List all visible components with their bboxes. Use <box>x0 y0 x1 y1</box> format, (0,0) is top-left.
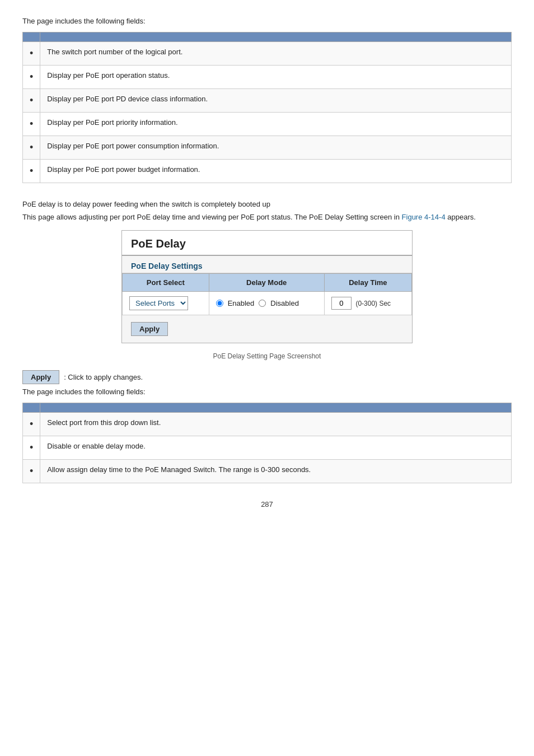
delay-time-range-label: (0-300) Sec <box>355 300 391 307</box>
poe-delay-box-subtitle: PoE Delay Settings <box>122 256 412 273</box>
page-number: 287 <box>22 500 512 508</box>
poe-delay-line2: This page allows adjusting per port PoE … <box>22 213 512 221</box>
delay-mode-cell: Enabled Disabled <box>209 292 324 315</box>
delay-time-input[interactable] <box>331 297 352 310</box>
col-delay-time: Delay Time <box>324 274 411 292</box>
bullet-cell: • <box>23 89 40 113</box>
delay-time-cell: (0-300) Sec <box>324 292 411 315</box>
apply-button-in-box[interactable]: Apply <box>131 322 168 336</box>
bottom-table-header-1 <box>23 403 40 413</box>
bullet-cell: • <box>23 136 40 160</box>
desc-cell: Display per PoE port PD device class inf… <box>40 89 512 113</box>
desc-cell: Allow assign delay time to the PoE Manag… <box>40 460 512 483</box>
radio-disabled[interactable] <box>259 300 266 307</box>
desc-cell: Display per PoE port operation status. <box>40 66 512 89</box>
desc-cell: Display per PoE port power budget inform… <box>40 160 512 183</box>
desc-cell: Display per PoE port power consumption i… <box>40 136 512 160</box>
bullet-cell: • <box>23 42 40 66</box>
top-info-table: •The switch port number of the logical p… <box>22 32 512 183</box>
poe-delay-settings-table: Port Select Delay Mode Delay Time Select… <box>122 273 412 315</box>
desc-cell: Disable or enable delay mode. <box>40 436 512 460</box>
delay-mode-radios: Enabled Disabled <box>216 299 317 307</box>
radio-enabled-label: Enabled <box>228 299 255 307</box>
desc-cell: Select port from this drop down list. <box>40 413 512 436</box>
poe-delay-box-title: PoE Delay <box>122 231 412 256</box>
screenshot-caption: PoE Delay Setting Page Screenshot <box>22 352 512 360</box>
apply-btn-container: Apply <box>122 315 412 343</box>
bullet-cell: • <box>23 66 40 89</box>
apply-inline-desc: : Click to apply changes. <box>64 373 143 381</box>
apply-inline-row: Apply : Click to apply changes. <box>22 370 512 384</box>
desc-cell: The switch port number of the logical po… <box>40 42 512 66</box>
col-delay-mode: Delay Mode <box>209 274 324 292</box>
poe-delay-box: PoE Delay PoE Delay Settings Port Select… <box>121 230 413 343</box>
bottom-intro-text: The page includes the following fields: <box>22 388 512 396</box>
top-table-header-2 <box>40 32 512 42</box>
port-select-dropdown[interactable]: Select Ports <box>129 296 188 310</box>
bullet-cell: • <box>23 160 40 183</box>
poe-delay-line1: PoE delay is to delay power feeding when… <box>22 200 512 208</box>
bullet-cell: • <box>23 413 40 436</box>
radio-disabled-label: Disabled <box>270 299 299 307</box>
apply-inline-button[interactable]: Apply <box>22 370 59 384</box>
top-table-header-1 <box>23 32 40 42</box>
bottom-info-table: •Select port from this drop down list.•D… <box>22 403 512 483</box>
col-port-select: Port Select <box>123 274 209 292</box>
bottom-table-header-2 <box>40 403 512 413</box>
top-intro-text: The page includes the following fields: <box>22 17 512 25</box>
poe-delay-line2-prefix: This page allows adjusting per port PoE … <box>22 213 402 221</box>
port-select-cell[interactable]: Select Ports <box>123 292 209 315</box>
poe-delay-section: PoE delay is to delay power feeding when… <box>22 200 512 221</box>
figure-link[interactable]: Figure 4-14-4 <box>402 213 446 221</box>
desc-cell: Display per PoE port priority informatio… <box>40 113 512 136</box>
radio-enabled[interactable] <box>216 300 223 307</box>
bullet-cell: • <box>23 460 40 483</box>
bullet-cell: • <box>23 113 40 136</box>
bullet-cell: • <box>23 436 40 460</box>
poe-delay-line2-suffix: appears. <box>446 213 476 221</box>
